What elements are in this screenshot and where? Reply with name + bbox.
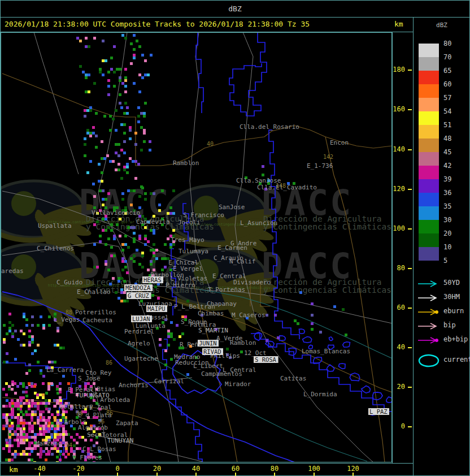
echo-pixel [143, 140, 146, 143]
echo-pixel [40, 453, 42, 456]
echo-pixel [119, 102, 121, 105]
echo-pixel [73, 450, 76, 453]
echo-pixel [42, 425, 45, 427]
echo-pixel [167, 344, 170, 347]
small-lake [343, 342, 350, 347]
echo-pixel [121, 192, 124, 195]
echo-pixel [99, 235, 102, 237]
echo-pixel [31, 416, 33, 419]
echo-pixel [22, 413, 25, 416]
echo-pixel [121, 249, 124, 252]
echo-pixel [62, 439, 65, 442]
echo-pixel [25, 436, 28, 439]
echo-pixel [85, 76, 88, 79]
echo-pixel [118, 277, 120, 280]
echo-pixel [153, 260, 155, 263]
echo-pixel [17, 413, 20, 416]
echo-pixel [107, 237, 110, 240]
bottom-axis-tick-label: 60 [232, 465, 240, 473]
echo-pixel [59, 388, 62, 391]
place-label: C_Chilenos [37, 245, 74, 252]
echo-pixel [59, 347, 62, 349]
echo-pixel [147, 73, 150, 76]
echo-pixel [11, 402, 14, 405]
echo-pixel [50, 433, 53, 436]
echo-pixel [116, 68, 119, 71]
echo-pixel [141, 54, 144, 57]
echo-pixel [20, 410, 23, 413]
city-box-label: JUNIN [199, 340, 217, 347]
right-axis-tick [408, 189, 412, 190]
echo-pixel [2, 413, 5, 416]
echo-pixel [59, 433, 62, 436]
echo-pixel [153, 215, 155, 218]
place-label: Lomas_Blancas [302, 348, 350, 355]
echo-pixel [179, 335, 181, 338]
echo-pixel [311, 328, 314, 331]
echo-pixel [8, 444, 11, 447]
echo-pixel [22, 391, 25, 393]
echo-pixel [40, 372, 42, 375]
echo-pixel [167, 212, 169, 215]
echo-pixel [16, 399, 19, 402]
legend-label: eb+bip [443, 335, 468, 343]
echo-pixel [42, 382, 45, 385]
scale-tick-label: 45 [443, 149, 451, 155]
bottom-axis-tick-label: 120 [347, 465, 359, 473]
echo-pixel [113, 235, 116, 237]
echo-pixel [14, 430, 17, 433]
echo-pixel [54, 313, 56, 315]
scale-swatch [419, 152, 439, 166]
echo-pixel [45, 422, 47, 425]
echo-pixel [95, 135, 98, 137]
echo-pixel [126, 166, 129, 168]
echo-pixel [76, 442, 79, 444]
echo-pixel [140, 149, 143, 152]
place-label: Carrizal [154, 378, 184, 385]
echo-pixel [11, 335, 14, 338]
echo-pixel [11, 413, 14, 416]
right-axis-tick-label: 180 [393, 66, 405, 73]
echo-pixel [8, 430, 11, 433]
echo-pixel [176, 324, 179, 327]
place-label: Chapanay [207, 300, 237, 308]
echo-pixel [93, 223, 96, 226]
echo-pixel [262, 165, 264, 168]
echo-pixel [8, 313, 11, 315]
echo-pixel [23, 427, 25, 430]
echo-pixel [28, 341, 31, 344]
right-axis-tick-label: 160 [393, 105, 405, 113]
echo-pixel [143, 129, 146, 132]
road-number-label: 142 [323, 154, 333, 160]
echo-pixel [98, 163, 101, 166]
echo-pixel [112, 277, 115, 280]
legend-label: eburn [443, 307, 464, 315]
echo-pixel [62, 442, 65, 444]
echo-pixel [102, 204, 105, 206]
echo-pixel [8, 425, 11, 427]
echo-pixel [2, 388, 5, 391]
echo-pixel [42, 402, 45, 405]
bottom-axis: km -40-20020406080100120 [0, 463, 413, 476]
echo-pixel [119, 76, 121, 79]
echo-pixel [141, 76, 144, 79]
echo-pixel [42, 419, 45, 422]
echo-pixel [153, 229, 155, 232]
echo-pixel [138, 90, 141, 93]
echo-pixel [123, 112, 126, 115]
echo-pixel [47, 410, 50, 413]
echo-pixel [89, 109, 92, 112]
echo-pixel [45, 453, 48, 456]
road-gray [34, 32, 79, 174]
echo-pixel [11, 408, 14, 410]
radar-map-canvas[interactable]: DACCDACCDACCDACCDirección de Agricultura… [1, 32, 392, 462]
echo-pixel [98, 180, 101, 183]
echo-pixel [28, 344, 31, 347]
echo-pixel [123, 300, 126, 302]
echo-pixel [65, 410, 68, 413]
echo-pixel [120, 106, 123, 109]
echo-pixel [123, 123, 126, 126]
echo-pixel [28, 364, 31, 366]
echo-pixel [86, 109, 89, 112]
echo-pixel [120, 288, 123, 291]
